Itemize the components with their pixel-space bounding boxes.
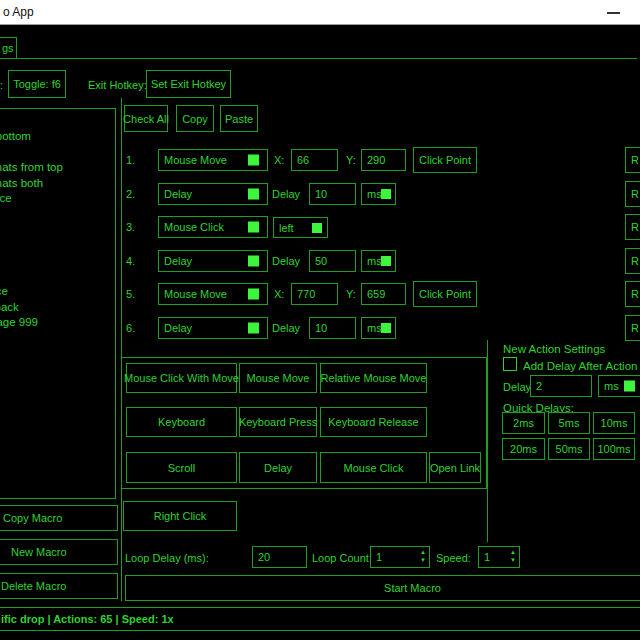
action-type-value: Delay [164,255,192,267]
remove-action-button[interactable]: R [625,181,640,207]
list-item[interactable]: m bottom [0,130,31,142]
action-row-number: 2. [126,187,135,201]
x-label: X: [274,287,284,301]
toggle-hotkey-button[interactable]: Toggle: f6 [8,70,66,98]
start-macro-button[interactable]: Start Macro [125,575,640,601]
click-point-button[interactable]: Click Point [413,281,477,307]
remove-action-button[interactable]: R [625,147,640,173]
remove-action-button[interactable]: R [625,248,640,274]
remove-action-button[interactable]: R [625,315,640,341]
new-macro-button[interactable]: New Macro [0,539,118,565]
list-item[interactable]: ckpack [0,301,19,313]
mouse-button-dropdown[interactable]: left [273,217,328,238]
remove-action-button[interactable]: R [625,214,640,240]
set-exit-hotkey-button[interactable]: Set Exit Hotkey [146,70,231,98]
nas-delay-unit-value: ms [604,380,619,392]
quick-delay-100ms-button[interactable]: 100ms [593,438,635,460]
dropdown-indicator-icon [248,256,259,267]
delay-value-input[interactable]: 10 [309,317,356,339]
loop-delay-input[interactable]: 20 [252,546,307,568]
list-item[interactable]: g mats from top [0,161,63,173]
add-delay-button[interactable]: Delay [239,452,317,483]
action-type-dropdown[interactable]: Delay [158,183,268,205]
action-row-number: 6. [126,321,135,335]
quick-delay-2ms-button[interactable]: 2ms [502,412,545,434]
action-type-value: Delay [164,322,192,334]
add-open-link-button[interactable]: Open Link [429,452,481,483]
remove-action-button[interactable]: R [625,281,640,307]
add-keyboard-release-button[interactable]: Keyboard Release [320,407,427,437]
click-point-button[interactable]: Click Point [413,147,477,173]
add-mouse-click-button[interactable]: Mouse Click [320,452,427,483]
loop-count-spinner[interactable]: 1 ▲▼ [370,546,430,568]
list-item[interactable]: g mats both [0,177,43,189]
spinner-up-icon[interactable]: ▲ [420,549,426,555]
delay-unit-dropdown[interactable]: ms [361,183,396,205]
delay-unit-dropdown[interactable]: ms [361,250,396,272]
y-coordinate-input[interactable]: 290 [361,149,406,171]
x-coordinate-input[interactable]: 770 [291,283,338,305]
list-item[interactable]: rance [0,192,12,204]
copy-button[interactable]: Copy [176,105,214,132]
add-right-click-button[interactable]: Right Click [123,501,237,531]
y-coordinate-input[interactable]: 659 [361,283,406,305]
quick-delay-10ms-button[interactable]: 10ms [593,412,635,434]
add-relative-mouse-move-button[interactable]: Relative Mouse Move [320,363,427,393]
add-mouse-move-button[interactable]: Mouse Move [239,363,317,393]
action-type-value: Delay [164,188,192,200]
spinner-down-icon[interactable]: ▼ [420,557,426,563]
dropdown-indicator-icon [381,323,391,333]
nas-delay-unit-dropdown[interactable]: ms [598,375,640,397]
dropdown-indicator-icon [624,381,635,392]
dropdown-indicator-icon [248,323,259,334]
action-type-dropdown[interactable]: Delay [158,250,268,272]
add-delay-checkbox-label: Add Delay After Action [523,359,637,373]
dropdown-indicator-icon [312,223,322,233]
copy-macro-button[interactable]: Copy Macro [0,505,118,531]
list-item[interactable]: torage 999 [0,316,38,328]
action-type-dropdown[interactable]: Mouse Click [158,216,268,238]
action-row-number: 5. [126,287,135,301]
action-row-number: 3. [126,220,135,234]
speed-spinner[interactable]: 1 ▲▼ [478,546,520,568]
quick-delay-20ms-button[interactable]: 20ms [502,438,545,460]
action-row-number: 4. [126,254,135,268]
add-scroll-button[interactable]: Scroll [126,452,237,483]
add-delay-checkbox[interactable] [503,357,517,371]
check-all-button[interactable]: Check All [124,105,168,132]
x-coordinate-value: 66 [297,154,309,166]
quick-delay-50ms-button[interactable]: 50ms [548,438,590,460]
nas-delay-input[interactable]: 2 [530,375,592,397]
tab-settings[interactable]: gs [0,37,17,59]
delay-value-input[interactable]: 10 [309,183,356,205]
y-coordinate-value: 659 [367,288,385,300]
x-coordinate-input[interactable]: 66 [291,149,338,171]
spinner-arrows[interactable]: ▲▼ [420,549,426,563]
minimize-button[interactable] [598,0,628,25]
delay-value-input[interactable]: 50 [309,250,356,272]
delay-unit-dropdown[interactable]: ms [361,317,396,339]
action-type-dropdown[interactable]: Delay [158,317,268,339]
add-mouse-click-with-move-button[interactable]: Mouse Click With Move [126,363,237,393]
add-keyboard-press-button[interactable]: Keyboard Press [239,407,317,437]
paste-button[interactable]: Paste [220,105,258,132]
delay-label: Delay [272,254,300,268]
list-item[interactable]: ance [0,285,8,297]
loop-count-label: Loop Count: [312,551,372,565]
delete-macro-button[interactable]: Delete Macro [0,573,118,599]
quick-delay-5ms-button[interactable]: 5ms [548,412,590,434]
action-type-value: Mouse Move [164,154,227,166]
action-type-dropdown[interactable]: Mouse Move [158,149,268,171]
spinner-up-icon[interactable]: ▲ [510,549,516,555]
delay-unit-value: ms [367,255,382,267]
spinner-down-icon[interactable]: ▼ [510,557,516,563]
speed-label: Speed: [436,551,471,565]
tab-label: gs [0,41,14,55]
nas-delay-value: 2 [536,380,542,392]
dropdown-indicator-icon [248,289,259,300]
macro-list[interactable]: o m bottom st g mats from top g mats bot… [0,108,116,499]
toggle-hotkey-label: : [0,78,3,92]
add-keyboard-button[interactable]: Keyboard [126,407,237,437]
action-type-dropdown[interactable]: Mouse Move [158,283,268,305]
spinner-arrows[interactable]: ▲▼ [510,549,516,563]
